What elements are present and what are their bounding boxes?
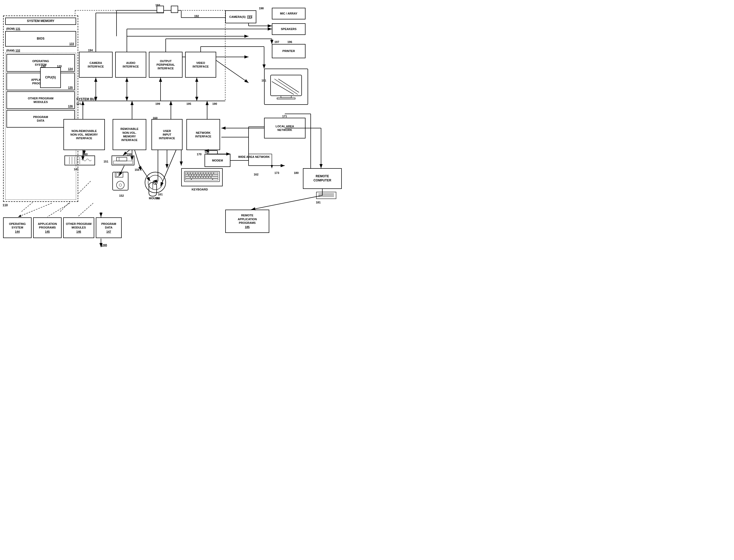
floppy-icon: [111, 155, 135, 167]
svg-rect-90: [196, 176, 198, 178]
svg-rect-83: [204, 174, 207, 176]
label-170: 170: [197, 153, 201, 156]
label-171: 171: [282, 115, 287, 118]
cam-box2: [171, 6, 178, 13]
svg-rect-79: [194, 174, 196, 176]
svg-rect-64: [185, 172, 187, 174]
label-152: 152: [119, 194, 124, 197]
video-interface-box: VIDEOINTERFACE: [185, 52, 216, 78]
system-memory-label: SYSTEM MEMORY: [5, 18, 76, 25]
svg-rect-84: [207, 174, 209, 176]
svg-rect-65: [188, 172, 190, 174]
label-162: 162: [254, 173, 258, 176]
lan-box: LOCAL AREANETWORK: [264, 118, 305, 138]
label-190: 190: [212, 102, 217, 105]
label-110: 110: [3, 203, 8, 207]
label-172: 172: [204, 151, 209, 154]
bios-box: BIOS 133: [5, 31, 76, 47]
svg-rect-61: [281, 96, 291, 98]
svg-rect-77: [189, 174, 191, 176]
label-194: 194: [88, 49, 93, 52]
svg-rect-85: [210, 174, 212, 176]
svg-rect-92: [201, 176, 203, 178]
svg-rect-95: [209, 176, 211, 178]
floppy-disk-icon: [111, 171, 129, 193]
monitor-box: [264, 69, 308, 105]
output-peripheral-box: OUTPUTPERIPHERALINTERFACE: [149, 52, 182, 78]
label-156: 156: [155, 197, 160, 200]
svg-point-124: [154, 182, 156, 183]
svg-point-119: [116, 181, 124, 189]
user-input-box: USERINPUTINTERFACE: [151, 119, 182, 150]
mic-array-box: MIC / ARRAY: [272, 8, 305, 19]
label-181: 181: [316, 201, 320, 204]
svg-rect-118: [116, 173, 119, 176]
svg-line-128: [78, 203, 93, 217]
network-interface-box: NETWORKINTERFACE: [186, 119, 220, 150]
svg-rect-91: [198, 176, 200, 178]
label-199: 199: [155, 102, 160, 105]
svg-rect-72: [206, 172, 208, 174]
audio-interface-box: AUDIOINTERFACE: [115, 52, 146, 78]
keyboard-box: [181, 168, 223, 186]
svg-line-58: [274, 79, 298, 94]
svg-rect-93: [203, 176, 205, 178]
remote-computer-box: REMOTECOMPUTER: [303, 168, 342, 189]
svg-rect-99: [213, 179, 218, 180]
svg-line-31: [215, 60, 248, 83]
remote-app-box: REMOTEAPPLICATIONPROGRAMS 185: [225, 210, 269, 233]
wan-label: WIDE AREA NETWORK: [238, 155, 270, 158]
label-197: 197: [274, 40, 279, 43]
svg-line-127: [47, 203, 70, 217]
svg-rect-67: [193, 172, 195, 174]
label-195: 195: [186, 102, 191, 105]
diagram: SYSTEM MEMORY (ROM) 131 BIOS 133 (RAM) 1…: [0, 0, 367, 280]
modem-box: MODEM: [204, 154, 230, 167]
svg-rect-94: [206, 176, 208, 178]
cameras-box: CAMERA(S): [225, 10, 256, 23]
rom-ref: 131: [16, 27, 20, 30]
label-155: 155: [135, 168, 139, 171]
svg-point-120: [119, 184, 122, 186]
label-191: 191: [261, 79, 266, 82]
app-bottom-box: APPLICATIONPROGRAMS 145: [33, 217, 62, 238]
cam-dots: ···: [165, 8, 171, 13]
label-198: 198: [259, 7, 263, 10]
svg-rect-113: [116, 157, 127, 161]
svg-rect-73: [209, 172, 211, 174]
programdata-bottom-box: PROGRAMDATA 147: [96, 217, 122, 238]
keyboard-label: KEYBOARD: [192, 188, 208, 191]
svg-rect-82: [202, 174, 204, 176]
svg-rect-70: [201, 172, 203, 174]
svg-rect-86: [212, 174, 218, 176]
svg-rect-97: [185, 179, 191, 180]
system-memory-box: SYSTEM MEMORY (ROM) 131 BIOS 133 (RAM) 1…: [3, 16, 78, 202]
svg-point-123: [153, 180, 157, 185]
svg-rect-54: [247, 16, 251, 18]
camera-interface-box: CAMERAINTERFACE: [79, 52, 113, 78]
svg-line-136: [251, 195, 322, 210]
cd-icon: [144, 171, 167, 195]
svg-rect-69: [198, 172, 200, 174]
svg-rect-62: [277, 98, 295, 99]
svg-rect-75: [214, 172, 218, 174]
svg-line-126: [18, 203, 52, 217]
label-151: 151: [104, 160, 108, 163]
label-180: 180: [294, 171, 298, 174]
svg-rect-71: [203, 172, 205, 174]
svg-rect-80: [197, 174, 199, 176]
svg-rect-87: [185, 176, 190, 178]
cam-box1: [157, 6, 164, 13]
svg-rect-98: [192, 179, 212, 180]
speakers-box: SPEAKERS: [272, 23, 305, 35]
svg-rect-101: [316, 192, 336, 199]
cpus-box: CPU(S): [40, 67, 61, 88]
remote-hdd: [316, 191, 336, 200]
svg-point-56: [249, 17, 250, 18]
svg-line-60: [272, 82, 294, 94]
svg-rect-89: [193, 176, 195, 178]
other-bottom-box: OTHER PROGRAMMODULES 146: [63, 217, 94, 238]
hdd-icon: [64, 155, 95, 167]
label-120: 120: [57, 65, 62, 68]
svg-rect-78: [192, 174, 194, 176]
